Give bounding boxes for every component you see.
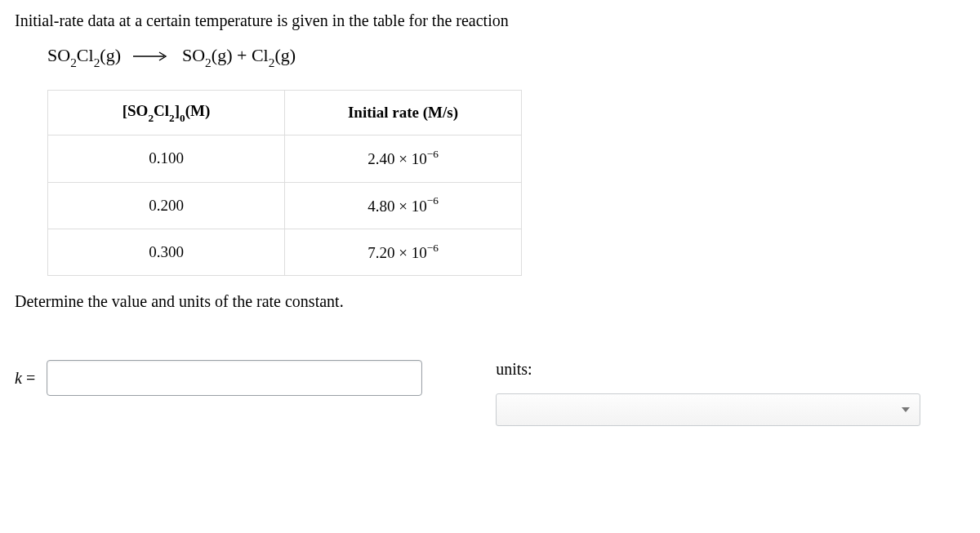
conc-cell: 0.100 [48,135,285,182]
table-row: 0.300 7.20 × 10−6 [48,229,522,275]
data-table: [SO2Cl2]0(M) Initial rate (M/s) 0.100 2.… [47,90,522,276]
k-input-group: k = [15,360,422,396]
rate-cell: 7.20 × 10−6 [285,229,522,275]
conc-cell: 0.200 [48,182,285,229]
rate-cell: 4.80 × 10−6 [285,182,522,229]
table-header-concentration: [SO2Cl2]0(M) [48,91,285,135]
answer-row: k = units: [15,360,965,426]
units-group: units: [496,360,965,426]
table-row: 0.200 4.80 × 10−6 [48,182,522,229]
k-value-input[interactable] [47,360,422,396]
units-label: units: [496,360,965,379]
eq-rhs: SO2(g) + Cl2(g) [182,45,296,65]
reaction-equation: SO2Cl2(g) SO2(g) + Cl2(g) [47,45,965,69]
chevron-down-icon [902,407,910,412]
conc-cell: 0.300 [48,229,285,275]
question-text: Determine the value and units of the rat… [15,292,965,311]
rate-cell: 2.40 × 10−6 [285,135,522,182]
table-header-rate: Initial rate (M/s) [285,91,522,135]
arrow-icon [133,45,169,66]
units-select[interactable] [496,393,920,426]
eq-lhs: SO2Cl2(g) [47,45,125,65]
table-row: 0.100 2.40 × 10−6 [48,135,522,182]
intro-text: Initial-rate data at a certain temperatu… [15,11,965,30]
k-label: k = [15,369,35,388]
